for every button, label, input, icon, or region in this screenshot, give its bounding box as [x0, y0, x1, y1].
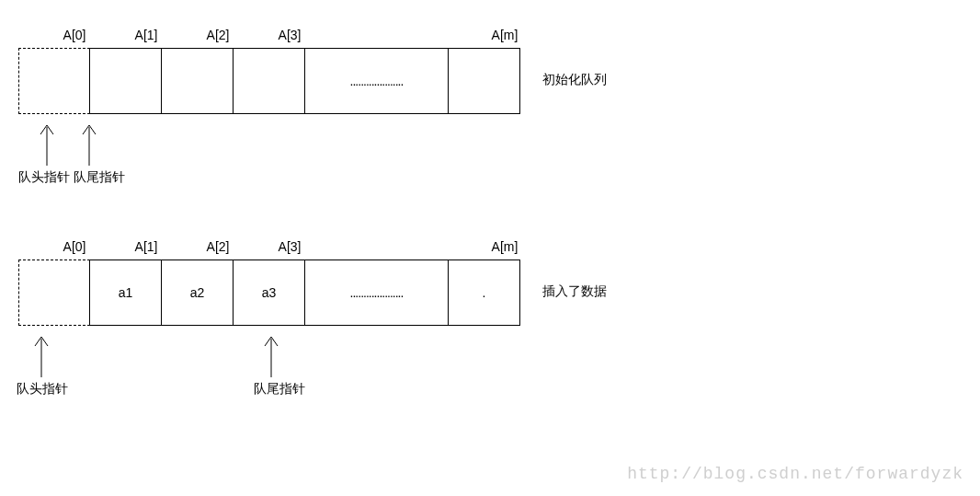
arrow-up-icon — [257, 331, 285, 377]
array-cell: a3 — [234, 260, 305, 326]
diagram-caption: 插入了数据 — [542, 283, 607, 300]
array-cell: . — [449, 260, 520, 326]
array-cells-row: a1 a2 a3 .................... . — [18, 260, 541, 326]
pointer-label: 队头指针 — [17, 381, 68, 398]
index-label: A[3] — [254, 239, 325, 254]
arrow-up-icon — [28, 331, 55, 377]
pointer-label: 队尾指针 — [254, 381, 305, 398]
tail-pointer: 队尾指针 — [257, 331, 305, 398]
pointer-label: 队头指针 — [18, 169, 70, 186]
array-cell-ellipsis: .................... — [305, 260, 449, 326]
diagram-caption: 初始化队列 — [542, 72, 607, 88]
index-label: A[3] — [254, 28, 325, 42]
array-index-row: A[0] A[1] A[2] A[3] A[m] — [18, 239, 541, 254]
array-cells-row: .................... — [18, 48, 541, 114]
index-label: A[1] — [110, 239, 182, 254]
head-pointer: 队头指针 — [28, 331, 68, 398]
index-label: A[1] — [110, 28, 182, 42]
index-label: A[m] — [469, 28, 541, 42]
watermark: http://blog.csdn.net/forwardyzk — [627, 465, 963, 483]
head-pointer: 队头指针 — [33, 120, 70, 186]
index-label: A[2] — [182, 239, 254, 254]
array-cell — [162, 48, 234, 114]
index-label: A[0] — [39, 239, 110, 254]
arrow-up-icon — [75, 120, 103, 166]
array-cell — [18, 48, 90, 114]
array-cell: a2 — [162, 260, 234, 326]
array-index-row: A[0] A[1] A[2] A[3] A[m] — [18, 28, 541, 42]
arrow-up-icon — [33, 120, 61, 166]
index-label — [325, 239, 469, 254]
tail-pointer: 队尾指针 — [75, 120, 125, 186]
index-label — [325, 28, 469, 42]
array-cell — [449, 48, 520, 114]
array-cell: a1 — [90, 260, 162, 326]
array-cell — [234, 48, 305, 114]
index-label: A[m] — [469, 239, 541, 254]
array-cell — [90, 48, 162, 114]
queue-inserted-diagram: A[0] A[1] A[2] A[3] A[m] a1 a2 a3 ......… — [18, 239, 541, 326]
array-cell — [18, 260, 90, 326]
queue-init-diagram: A[0] A[1] A[2] A[3] A[m] ...............… — [18, 28, 541, 114]
array-cell-ellipsis: .................... — [305, 48, 449, 114]
index-label: A[0] — [39, 28, 110, 42]
index-label: A[2] — [182, 28, 254, 42]
pointer-label: 队尾指针 — [74, 169, 125, 186]
